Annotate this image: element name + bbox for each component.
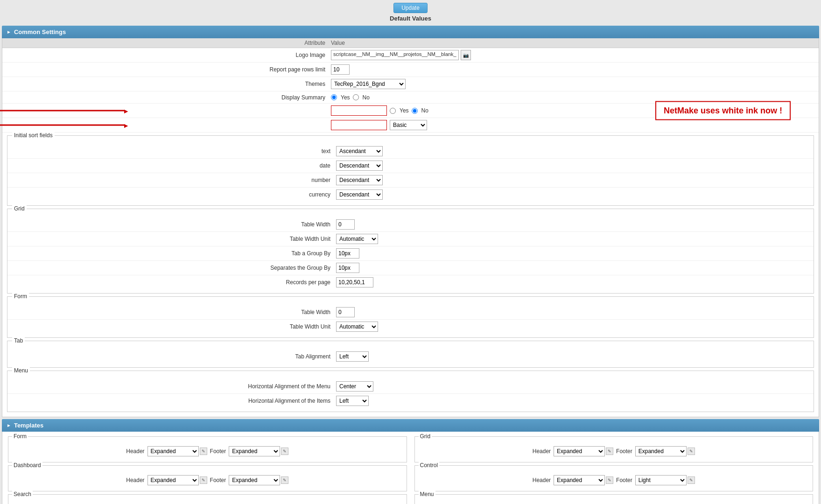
- menu-items-align-select[interactable]: Left Center Right: [336, 396, 369, 406]
- template-control-header-select[interactable]: Expanded: [554, 475, 605, 485]
- hidden-input-1[interactable]: [331, 105, 387, 116]
- display-summary-label: Display Summary: [2, 94, 329, 101]
- sort-number-label: number: [7, 177, 334, 183]
- template-form-footer-label: Footer: [210, 448, 226, 455]
- template-grid-footer-edit-icon[interactable]: ✎: [688, 448, 695, 455]
- form-legend: Form: [12, 293, 29, 300]
- sort-text-select[interactable]: Ascendant Descendant: [336, 146, 383, 156]
- hidden-select-2[interactable]: Basic: [390, 120, 427, 130]
- value-column-header: Value: [329, 40, 819, 46]
- template-form-header-wrap: Expanded ✎: [147, 446, 207, 456]
- report-rows-limit-input[interactable]: [331, 64, 350, 75]
- grid-tab-group-value: [334, 248, 814, 259]
- templates-header: ► Templates: [2, 419, 819, 432]
- tab-group: Tab Tab Alignment Left Center Right: [7, 341, 814, 368]
- template-form-footer-edit-icon[interactable]: ✎: [281, 448, 288, 455]
- template-control-legend: Control: [419, 462, 440, 469]
- grid-table-width-row: Table Width: [7, 217, 814, 232]
- logo-image-label: Logo Image: [2, 52, 329, 58]
- template-form-footer-wrap: Expanded ✎: [229, 446, 288, 456]
- tab-alignment-row: Tab Alignment Left Center Right: [7, 350, 814, 364]
- grid-table-width-unit-select[interactable]: Automatic px %: [336, 234, 378, 244]
- grid-table-width-value: [334, 219, 814, 230]
- template-dashboard-footer-edit-icon[interactable]: ✎: [281, 476, 288, 484]
- grid-table-width-input[interactable]: [336, 219, 355, 230]
- template-grid-legend: Grid: [419, 433, 432, 440]
- template-dashboard-group: Dashboard Header Expanded ✎ Footer: [8, 465, 407, 491]
- template-grid-group: Grid Header Expanded ✎ Footer: [414, 436, 814, 462]
- menu-horiz-align-row: Horizontal Alignment of the Menu Center …: [7, 379, 814, 394]
- template-dashboard-footer-label: Footer: [210, 477, 226, 483]
- sort-number-select[interactable]: Ascendant Descendant: [336, 175, 383, 185]
- template-form-header-select[interactable]: Expanded: [147, 446, 199, 456]
- tab-alignment-label: Tab Alignment: [7, 353, 334, 360]
- themes-row: Themes TecRep_2016_Bgnd: [2, 77, 819, 91]
- template-form-header-edit-icon[interactable]: ✎: [200, 448, 207, 455]
- template-search-group: Search Header Expanded ✎ Footer: [8, 494, 407, 504]
- sort-currency-row: currency Ascendant Descendant: [7, 188, 814, 202]
- form-table-width-unit-label: Table Width Unit: [7, 323, 334, 330]
- menu-horiz-align-label: Horizontal Alignment of the Menu: [7, 383, 334, 390]
- report-rows-limit-row: Report page rows limit: [2, 63, 819, 77]
- sort-currency-label: currency: [7, 191, 334, 198]
- display-summary-no-radio[interactable]: [353, 94, 359, 100]
- update-button[interactable]: Update: [393, 3, 428, 13]
- template-control-header-edit-icon[interactable]: ✎: [606, 476, 613, 484]
- hidden-radio-no-1[interactable]: [412, 108, 418, 114]
- grid-tab-group-input[interactable]: [336, 248, 359, 259]
- sort-date-value: Ascendant Descendant: [334, 161, 814, 171]
- grid-group: Grid Table Width Table Width Unit Automa…: [7, 209, 814, 294]
- template-dashboard-footer-select[interactable]: Expanded: [229, 475, 280, 485]
- template-form-header-label: Header: [126, 448, 144, 455]
- grid-records-per-page-input[interactable]: [336, 277, 373, 287]
- form-table-width-row: Table Width: [7, 305, 814, 320]
- themes-select[interactable]: TecRep_2016_Bgnd: [331, 79, 406, 89]
- template-form-row: Header Expanded ✎ Footer Expanded: [8, 444, 407, 458]
- template-dashboard-header-edit-icon[interactable]: ✎: [200, 476, 207, 484]
- template-menu-group: Menu Header Expanded ✎ Footer: [414, 494, 814, 504]
- template-grid-header-edit-icon[interactable]: ✎: [606, 448, 613, 455]
- template-dashboard-header-select[interactable]: Expanded: [147, 475, 199, 485]
- grid-sep-group-input[interactable]: [336, 263, 359, 273]
- form-table-width-input[interactable]: [336, 307, 355, 317]
- sort-currency-select[interactable]: Ascendant Descendant: [336, 189, 383, 200]
- hidden-radio-yes-1[interactable]: [390, 108, 396, 114]
- grid-sep-group-value: [334, 263, 814, 273]
- initial-sort-fields-group: Initial sort fields text Ascendant Desce…: [7, 135, 814, 206]
- sort-number-value: Ascendant Descendant: [334, 175, 814, 185]
- hidden-row-2-value: Basic: [329, 120, 819, 130]
- sort-text-label: text: [7, 148, 334, 154]
- template-form-group: Form Header Expanded ✎ Footer: [8, 436, 407, 462]
- sort-date-row: date Ascendant Descendant: [7, 159, 814, 173]
- template-grid-header-label: Header: [533, 448, 551, 455]
- form-table-width-unit-select[interactable]: Automatic px %: [336, 322, 378, 332]
- sort-date-select[interactable]: Ascendant Descendant: [336, 161, 383, 171]
- tab-alignment-value: Left Center Right: [334, 351, 814, 362]
- grid-table-width-unit-label: Table Width Unit: [7, 236, 334, 242]
- themes-value: TecRep_2016_Bgnd: [329, 79, 819, 89]
- tab-alignment-select[interactable]: Left Center Right: [336, 351, 369, 362]
- grid-sep-group-row: Separates the Group By: [7, 261, 814, 275]
- template-form-legend: Form: [12, 433, 28, 440]
- template-control-footer-select[interactable]: Light Expanded: [635, 475, 687, 485]
- menu-horiz-align-select[interactable]: Center Left Right: [336, 381, 373, 392]
- template-control-header-wrap: Expanded ✎: [554, 475, 613, 485]
- template-grid-footer-select[interactable]: Expanded: [635, 446, 687, 456]
- section-arrow-icon: ►: [7, 29, 11, 35]
- hidden-input-2[interactable]: [331, 120, 387, 130]
- templates-arrow-icon: ►: [7, 423, 11, 428]
- common-settings-title: Common Settings: [14, 28, 66, 35]
- template-form-footer-select[interactable]: Expanded: [229, 446, 280, 456]
- display-summary-yes-radio[interactable]: [331, 94, 337, 100]
- grid-records-per-page-value: [334, 277, 814, 287]
- sort-text-row: text Ascendant Descendant: [7, 144, 814, 159]
- template-control-footer-edit-icon[interactable]: ✎: [688, 476, 695, 484]
- hidden-row-2: ► Basic: [2, 118, 819, 133]
- grid-tab-group-label: Tab a Group By: [7, 250, 334, 257]
- form-table-width-unit-value: Automatic px %: [334, 322, 814, 332]
- template-grid-footer-wrap: Expanded ✎: [635, 446, 695, 456]
- template-grid-header-select[interactable]: Expanded: [554, 446, 605, 456]
- logo-browse-button[interactable]: 📷: [461, 50, 471, 60]
- template-control-row: Header Expanded ✎ Footer Light: [415, 473, 813, 487]
- sort-text-value: Ascendant Descendant: [334, 146, 814, 156]
